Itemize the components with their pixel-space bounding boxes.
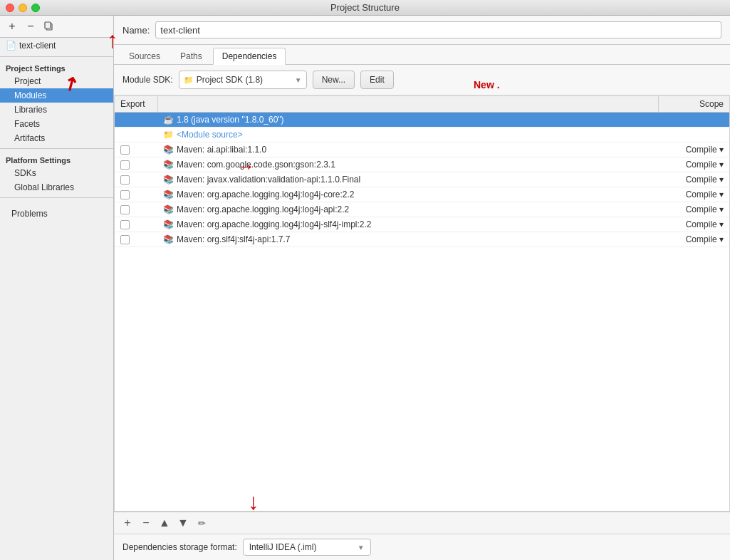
scope-dropdown[interactable]: Compile ▾: [686, 234, 724, 244]
sidebar-divider-2: [0, 148, 113, 149]
dep-row-name: Maven: org.apache.logging.log4j:log4j-co…: [177, 190, 355, 199]
sdk-folder-icon: 📁: [184, 76, 194, 85]
dep-row-name: Maven: javax.validation:validation-api:1…: [177, 175, 360, 185]
scope-dropdown[interactable]: Compile ▾: [686, 175, 724, 185]
export-checkbox[interactable]: [120, 175, 130, 185]
dep-name-cell: 📚Maven: org.apache.logging.log4j:log4j-s…: [163, 219, 652, 229]
dep-name-cell: 📚Maven: javax.validation:validation-api:…: [163, 175, 652, 185]
export-checkbox[interactable]: [120, 160, 130, 170]
dep-row-icon: 📚: [163, 145, 174, 155]
module-list: 📄 text-client: [0, 38, 113, 53]
storage-dropdown-arrow-icon: ▼: [358, 544, 365, 551]
scope-dropdown[interactable]: Compile ▾: [686, 160, 724, 170]
minimize-button[interactable]: [19, 4, 27, 12]
module-file-icon: 📄: [6, 41, 16, 51]
export-checkbox[interactable]: [120, 220, 130, 229]
scope-dropdown[interactable]: Compile ▾: [686, 190, 724, 199]
dep-row-name: Maven: org.slf4j:slf4j-api:1.7.7: [177, 234, 290, 244]
edit-sdk-button[interactable]: Edit: [360, 71, 394, 89]
table-row[interactable]: 📚Maven: org.apache.logging.log4j:log4j-c…: [115, 187, 729, 202]
scope-dropdown[interactable]: Compile ▾: [686, 145, 724, 155]
tab-dependencies[interactable]: Dependencies: [213, 48, 286, 65]
remove-module-button[interactable]: −: [23, 19, 38, 34]
module-item-label: text-client: [19, 41, 56, 51]
storage-label: Dependencies storage format:: [122, 542, 237, 552]
maximize-button[interactable]: [31, 4, 40, 12]
table-row[interactable]: 📚Maven: org.apache.logging.log4j:log4j-s…: [115, 217, 729, 232]
sidebar-item-libraries[interactable]: Libraries: [0, 103, 113, 117]
storage-select[interactable]: IntelliJ IDEA (.iml) ▼: [243, 539, 371, 556]
dep-row-name: Maven: ai.api:libai:1.1.0: [177, 145, 266, 155]
project-settings-section: Project Settings: [0, 60, 113, 74]
dep-row-name: Maven: com.google.code.gson:gson:2.3.1: [177, 160, 335, 170]
sidebar: + − 📄 text-client Project Settings: [0, 16, 114, 560]
sdk-select[interactable]: 📁 Project SDK (1.8) ▼: [179, 71, 307, 89]
main-layout: + − 📄 text-client Project Settings: [0, 16, 730, 560]
sidebar-toolbar: + −: [0, 16, 113, 38]
dep-name-cell: 📚Maven: org.slf4j:slf4j-api:1.7.7: [163, 234, 652, 244]
remove-dependency-button[interactable]: −: [138, 515, 154, 531]
sidebar-divider-3: [0, 197, 113, 198]
scope-dropdown[interactable]: Compile ▾: [686, 204, 724, 214]
title-bar: Project Structure: [0, 0, 730, 16]
problems-section: Problems: [0, 201, 113, 224]
dependencies-table: Export Scope ☕1.8 (java version "1.8.0_6…: [115, 96, 729, 247]
tab-sources[interactable]: Sources: [120, 48, 170, 64]
name-input[interactable]: [155, 21, 721, 38]
edit-dependency-button[interactable]: ✏: [194, 515, 209, 531]
sidebar-item-problems[interactable]: Problems: [6, 207, 108, 221]
sidebar-item-facets[interactable]: Facets: [0, 117, 113, 131]
tab-paths[interactable]: Paths: [171, 48, 212, 64]
export-checkbox[interactable]: [120, 145, 130, 155]
move-down-button[interactable]: ▼: [175, 515, 191, 531]
sidebar-item-global-libraries[interactable]: Global Libraries: [0, 180, 113, 195]
col-name-header: [157, 96, 658, 113]
svg-rect-1: [45, 22, 51, 28]
export-checkbox[interactable]: [120, 235, 130, 244]
sdk-dropdown-arrow-icon: ▼: [295, 76, 302, 84]
dep-name-cell: 📁<Module source>: [163, 130, 652, 140]
col-export-header: Export: [115, 96, 157, 113]
dep-name-cell: 📚Maven: ai.api:libai:1.1.0: [163, 145, 652, 155]
dep-row-icon: 📚: [163, 219, 174, 229]
table-row[interactable]: ☕1.8 (java version "1.8.0_60"): [115, 113, 729, 128]
dep-row-icon: 📚: [163, 234, 174, 244]
table-row[interactable]: 📚Maven: javax.validation:validation-api:…: [115, 172, 729, 187]
table-row[interactable]: 📚Maven: org.slf4j:slf4j-api:1.7.7Compile…: [115, 232, 729, 247]
dep-row-name: Maven: org.apache.logging.log4j:log4j-ap…: [177, 204, 349, 214]
module-item-text-client[interactable]: 📄 text-client: [0, 39, 113, 52]
window-controls: [6, 4, 40, 12]
close-button[interactable]: [6, 4, 14, 12]
export-checkbox[interactable]: [120, 190, 130, 199]
add-dependency-button[interactable]: +: [120, 515, 135, 531]
sidebar-item-sdks[interactable]: SDKs: [0, 166, 113, 180]
new-sdk-button[interactable]: New...: [313, 71, 355, 89]
sidebar-item-modules[interactable]: Modules: [0, 88, 113, 103]
dep-row-icon: 📚: [163, 190, 174, 199]
sidebar-item-sdks-label: SDKs: [14, 168, 36, 178]
copy-module-button[interactable]: [41, 19, 57, 34]
dep-name-cell: 📚Maven: org.apache.logging.log4j:log4j-c…: [163, 190, 652, 199]
table-row[interactable]: 📚Maven: com.google.code.gson:gson:2.3.1C…: [115, 157, 729, 172]
dep-name-cell: 📚Maven: org.apache.logging.log4j:log4j-a…: [163, 204, 652, 214]
dep-name-cell: ☕1.8 (java version "1.8.0_60"): [163, 115, 652, 125]
sdk-label: Module SDK:: [122, 75, 173, 85]
add-module-button[interactable]: +: [4, 19, 20, 34]
sdk-select-text: Project SDK (1.8): [197, 75, 292, 85]
sidebar-item-artifacts-label: Artifacts: [14, 133, 45, 143]
sidebar-item-project[interactable]: Project: [0, 74, 113, 88]
dep-name-cell: 📚Maven: com.google.code.gson:gson:2.3.1: [163, 160, 652, 170]
scope-dropdown[interactable]: Compile ▾: [686, 219, 724, 229]
col-scope-header: Scope: [658, 96, 729, 113]
dep-row-icon: 📚: [163, 160, 174, 170]
export-checkbox[interactable]: [120, 205, 130, 214]
table-row[interactable]: 📚Maven: ai.api:libai:1.1.0Compile ▾: [115, 142, 729, 157]
table-row[interactable]: 📁<Module source>: [115, 128, 729, 142]
move-up-button[interactable]: ▲: [157, 515, 172, 531]
table-row[interactable]: 📚Maven: org.apache.logging.log4j:log4j-a…: [115, 202, 729, 217]
window-title: Project Structure: [330, 2, 400, 13]
sidebar-item-libraries-label: Libraries: [14, 105, 47, 115]
sidebar-item-project-label: Project: [14, 76, 41, 86]
sidebar-item-global-libraries-label: Global Libraries: [14, 182, 74, 192]
sidebar-item-artifacts[interactable]: Artifacts: [0, 131, 113, 145]
